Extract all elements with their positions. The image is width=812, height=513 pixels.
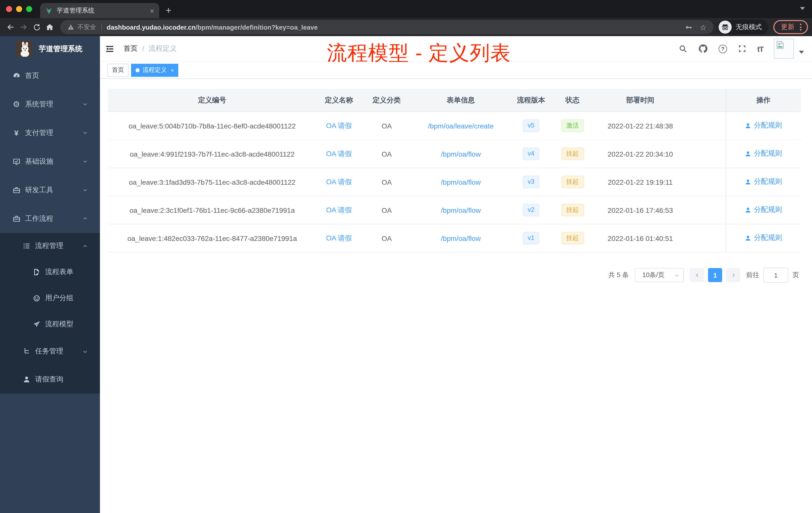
prev-page-button[interactable] (690, 268, 704, 282)
cell-definition-category: OA (361, 112, 412, 140)
form-info-link[interactable]: /bpm/oa/flow (441, 150, 481, 158)
app-title: 芋道管理系统 (39, 44, 82, 54)
toolbox-icon (12, 186, 21, 194)
definition-table: 定义编号 定义名称 定义分类 表单信息 流程版本 状态 部署时间 操作 oa_l… (108, 89, 801, 252)
sidebar-item-2[interactable]: ⚙系统管理 (0, 90, 100, 118)
browser-menu-icon[interactable] (800, 24, 802, 31)
reload-button[interactable] (30, 21, 43, 34)
font-size-icon[interactable]: tT (757, 44, 763, 53)
col-actions: 操作 (726, 89, 801, 112)
assign-rule-button[interactable]: 分配规则 (745, 121, 782, 130)
cell-process-version: v1 (510, 224, 552, 252)
back-button[interactable] (4, 21, 17, 34)
url-domain[interactable]: dashboard.yudao.iocoder.cn (107, 23, 196, 31)
sidebar-item-1[interactable]: 首页 (0, 61, 100, 90)
chevron-up-icon (82, 216, 88, 221)
next-page-button[interactable] (726, 268, 740, 282)
browser-tab[interactable]: 芋道管理系统 × (40, 3, 159, 18)
tag-home[interactable]: 首页 (108, 63, 128, 77)
current-page-button[interactable]: 1 (708, 268, 722, 282)
security-label[interactable]: 不安全 (77, 23, 96, 31)
sidebar-item-label: 流程模型 (45, 320, 73, 329)
cell-definition-id: oa_leave:2:3c1f0ef1-76b1-11ec-9c66-a2380… (108, 196, 316, 224)
table-row: oa_leave:3:1fad3d93-7b75-11ec-a3c8-acde4… (108, 168, 801, 196)
sidebar-item-9[interactable]: 用户分组 (0, 285, 100, 311)
version-badge: v4 (523, 148, 539, 160)
sidebar-item-8[interactable]: 流程表单 (0, 259, 100, 285)
form-info-link[interactable]: /bpm/oa/leave/create (428, 122, 494, 130)
chevron-down-icon (674, 272, 679, 278)
breadcrumb-home[interactable]: 首页 (123, 44, 138, 53)
pagination: 共 5 条 10条/页 1 (108, 268, 812, 282)
goto-page-input[interactable] (763, 268, 788, 282)
tab-close-icon[interactable]: × (150, 7, 154, 14)
cell-status: 挂起 (552, 224, 592, 252)
definition-name-link[interactable]: OA 请假 (326, 121, 352, 129)
definition-name-link[interactable]: OA 请假 (326, 206, 352, 214)
home-button[interactable] (43, 21, 56, 34)
window-zoom-button[interactable] (26, 6, 32, 12)
assign-rule-label: 分配规则 (754, 149, 782, 158)
help-icon[interactable]: ? (719, 44, 727, 53)
browser-toolbar: 不安全 dashboard.yudao.iocoder.cn/bpm/manag… (0, 18, 812, 36)
sidebar-item-5[interactable]: 研发工具 (0, 176, 100, 204)
app: 芋道管理系统 首页⚙系统管理¥支付管理基础设施研发工具工作流程流程管理流程表单用… (0, 36, 812, 513)
search-icon[interactable] (678, 44, 688, 53)
cell-actions: 分配规则 (726, 112, 801, 140)
sidebar-item-11[interactable]: 任务管理 (0, 337, 100, 365)
sidebar-item-4[interactable]: 基础设施 (0, 147, 100, 176)
tag-process-definition[interactable]: 流程定义 × (131, 63, 178, 77)
assign-rule-button[interactable]: 分配规则 (745, 234, 782, 243)
form-info-link[interactable]: /bpm/oa/flow (441, 178, 481, 186)
page-size-select[interactable]: 10条/页 (635, 268, 684, 282)
sidebar-item-10[interactable]: 流程模型 (0, 311, 100, 337)
github-icon[interactable] (698, 44, 708, 54)
url-path[interactable]: /bpm/manager/definition?key=oa_leave (196, 23, 318, 31)
sidebar-item-6[interactable]: 工作流程 (0, 204, 100, 233)
chevron-down-icon (82, 101, 88, 107)
update-button[interactable]: 更新 (773, 20, 808, 34)
definition-name-link[interactable]: OA 请假 (326, 149, 352, 157)
form-info-link[interactable]: /bpm/oa/flow (441, 234, 481, 242)
tag-close-icon[interactable]: × (171, 67, 174, 73)
breadcrumb-separator: / (142, 45, 144, 53)
col-form-info: 表单信息 (412, 89, 510, 112)
sidebar-item-label: 用户分组 (45, 294, 73, 303)
sidebar-collapse-icon[interactable] (105, 44, 115, 54)
sidebar-logo-row[interactable]: 芋道管理系统 (0, 36, 100, 61)
sidebar-item-7[interactable]: 流程管理 (0, 233, 100, 259)
bookmark-star-icon[interactable]: ☆ (700, 23, 706, 31)
col-status: 状态 (552, 89, 592, 112)
assign-rule-button[interactable]: 分配规则 (745, 206, 782, 215)
security-warning-icon[interactable] (67, 24, 74, 31)
cell-form-info: /bpm/oa/flow (412, 224, 510, 252)
address-bar[interactable]: 不安全 dashboard.yudao.iocoder.cn/bpm/manag… (60, 20, 714, 34)
forward-button[interactable] (17, 21, 30, 34)
definition-name-link[interactable]: OA 请假 (326, 234, 352, 242)
cell-definition-id: oa_leave:4:991f2193-7b7f-11ec-a3c8-acde4… (108, 140, 316, 168)
assign-rule-button[interactable]: 分配规则 (745, 177, 782, 186)
tab-search-caret-icon[interactable] (800, 7, 805, 10)
cell-process-version: v3 (510, 168, 552, 196)
avatar-caret-icon[interactable] (799, 51, 804, 54)
cell-actions: 分配规则 (726, 196, 801, 224)
window-minimize-button[interactable] (16, 6, 22, 12)
new-tab-button[interactable]: + (166, 3, 171, 18)
sidebar-item-3[interactable]: ¥支付管理 (0, 118, 100, 147)
avatar[interactable] (774, 39, 794, 59)
assign-rule-label: 分配规则 (754, 121, 782, 130)
version-badge: v3 (523, 176, 539, 188)
fullscreen-icon[interactable] (738, 44, 747, 53)
assign-rule-button[interactable]: 分配规则 (745, 149, 782, 158)
cell-status: 挂起 (552, 196, 592, 224)
sidebar-item-12[interactable]: 请假查询 (0, 365, 100, 394)
definition-name-link[interactable]: OA 请假 (326, 177, 352, 185)
page-size-value: 10条/页 (642, 271, 664, 280)
window-close-button[interactable] (6, 6, 12, 12)
form-info-link[interactable]: /bpm/oa/flow (441, 206, 481, 214)
password-key-icon[interactable] (684, 23, 693, 31)
send-icon (32, 320, 41, 329)
table-header-row: 定义编号 定义名称 定义分类 表单信息 流程版本 状态 部署时间 操作 (108, 89, 801, 112)
screen: 芋道管理系统 × + 不安全 dashboard.yudao.iocoder.c… (0, 0, 812, 513)
sidebar-item-label: 研发工具 (25, 185, 53, 194)
